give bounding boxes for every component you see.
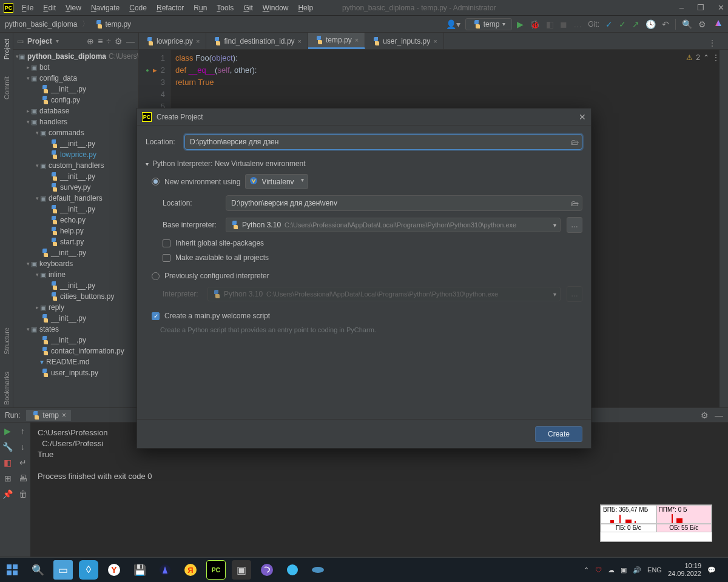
menu-window[interactable]: Window bbox=[258, 1, 294, 15]
tree-row[interactable]: start.py bbox=[13, 236, 138, 247]
tree-row[interactable]: cities_buttons.py bbox=[13, 291, 138, 302]
sidebar-tab-commit[interactable]: Commit bbox=[3, 74, 10, 102]
debug-icon[interactable]: 🐞 bbox=[530, 19, 540, 29]
tree-row[interactable]: __init__.py bbox=[13, 171, 138, 182]
tray-clock[interactable]: 10:19 24.09.2022 bbox=[668, 562, 701, 578]
taskbar-app-1[interactable]: ▭ bbox=[53, 560, 73, 580]
scroll-up-icon[interactable]: ↑ bbox=[21, 426, 25, 436]
close-icon[interactable]: ✕ bbox=[718, 3, 724, 12]
create-main-checkbox[interactable]: Create a main.py welcome script bbox=[152, 312, 582, 320]
vcs-rollback-icon[interactable]: ↶ bbox=[662, 19, 669, 29]
network-monitor-widget[interactable]: ВПБ: 365,47 МБ ППМ*: 0 Б ПБ: 0 Б/с ОБ: 5… bbox=[600, 504, 712, 542]
tree-row[interactable]: __init__.py bbox=[13, 313, 138, 324]
expand-all-icon[interactable]: ≡ bbox=[98, 36, 103, 46]
tree-row[interactable]: config.py bbox=[13, 95, 138, 105]
breadcrumb[interactable]: python_basic_diploma 〉 temp.py bbox=[5, 19, 131, 29]
pin-icon[interactable]: 📌 bbox=[2, 489, 13, 499]
editor-vscrollbar[interactable] bbox=[720, 50, 728, 407]
tree-row[interactable]: help.py bbox=[13, 226, 138, 236]
tree-row[interactable]: __init__.py bbox=[13, 204, 138, 215]
trash-icon[interactable]: 🗑 bbox=[19, 489, 27, 499]
menu-navigate[interactable]: Navigate bbox=[86, 1, 124, 15]
editor-tab[interactable]: temp.py× bbox=[308, 33, 365, 49]
run-wrench-icon[interactable]: 🔧 bbox=[2, 442, 13, 452]
vcs-update-icon[interactable]: ✓ bbox=[605, 19, 613, 29]
browse-folder-icon[interactable]: 🗁 bbox=[571, 138, 579, 147]
tree-row[interactable]: ▾▣keyboards bbox=[13, 258, 138, 269]
env-type-combo[interactable]: Virtualenv bbox=[245, 174, 308, 189]
run-settings-icon[interactable]: ⚙ bbox=[701, 410, 709, 420]
settings-icon[interactable]: ⚙ bbox=[698, 19, 706, 29]
close-tab-icon[interactable]: × bbox=[298, 38, 302, 45]
soft-wrap-icon[interactable]: ↵ bbox=[19, 458, 27, 467]
taskbar-app-4[interactable]: 💾 bbox=[130, 560, 149, 580]
tree-root[interactable]: ▾ ▣ python_basic_diploma C:\Users\P bbox=[13, 51, 138, 62]
sidebar-tab-structure[interactable]: Structure bbox=[3, 325, 10, 357]
close-tab-icon[interactable]: × bbox=[355, 36, 359, 44]
browse-folder-icon[interactable]: 🗁 bbox=[571, 199, 579, 208]
project-view-icon[interactable]: ▭ bbox=[17, 37, 24, 45]
run-icon[interactable]: ▶ bbox=[517, 19, 524, 29]
tree-row[interactable]: __init__.py bbox=[13, 335, 138, 346]
sidebar-tab-bookmarks[interactable]: Bookmarks bbox=[3, 369, 10, 407]
project-location-input[interactable] bbox=[184, 134, 582, 150]
tray-language[interactable]: ENG bbox=[647, 566, 662, 574]
editor-tab[interactable]: find_destination_id.py× bbox=[206, 33, 308, 49]
stop-icon[interactable]: … bbox=[573, 19, 582, 29]
menu-run[interactable]: Run bbox=[189, 1, 212, 15]
menu-tools[interactable]: Tools bbox=[212, 1, 238, 15]
menu-git[interactable]: Git bbox=[238, 1, 257, 15]
taskbar-terminal[interactable]: ▣ bbox=[232, 560, 251, 580]
print-icon[interactable]: 🖶 bbox=[19, 473, 27, 483]
menu-edit[interactable]: Edit bbox=[38, 1, 61, 15]
venv-location-input[interactable] bbox=[226, 195, 582, 211]
panel-settings-icon[interactable]: ⚙ bbox=[115, 36, 123, 46]
user-icon[interactable]: 👤▾ bbox=[446, 19, 460, 29]
collapse-all-icon[interactable]: ÷ bbox=[106, 36, 111, 46]
vcs-history-icon[interactable]: 🕓 bbox=[645, 19, 656, 29]
taskbar-app-2[interactable]: ◊ bbox=[79, 560, 98, 580]
tree-row[interactable]: ▾▣commands bbox=[13, 127, 138, 138]
tray-graphics-icon[interactable]: ▣ bbox=[621, 566, 627, 574]
hide-run-icon[interactable]: — bbox=[715, 410, 723, 420]
more-tabs-icon[interactable]: ⋮ bbox=[709, 39, 716, 47]
base-interpreter-browse-button[interactable]: … bbox=[567, 217, 582, 233]
menu-help[interactable]: Help bbox=[293, 1, 318, 15]
tree-row[interactable]: ▸▣reply bbox=[13, 302, 138, 313]
tray-shield-icon[interactable]: 🛡 bbox=[595, 566, 602, 574]
profiler-icon[interactable]: ◼ bbox=[560, 19, 567, 29]
close-icon[interactable]: × bbox=[62, 411, 66, 420]
select-opened-file-icon[interactable]: ⊕ bbox=[87, 36, 94, 46]
taskbar-app-5[interactable] bbox=[155, 560, 175, 580]
dialog-close-icon[interactable]: ✕ bbox=[579, 112, 586, 122]
make-available-checkbox[interactable]: Make available to all projects bbox=[163, 253, 582, 262]
search-icon[interactable]: 🔍 bbox=[682, 19, 692, 29]
search-task-icon[interactable]: 🔍 bbox=[28, 560, 47, 580]
tree-row[interactable]: ▾▣config_data bbox=[13, 73, 138, 84]
tree-row[interactable]: __init__.py bbox=[13, 247, 138, 258]
vcs-commit-icon[interactable]: ✓ bbox=[619, 19, 626, 29]
taskbar-app-3[interactable]: Y bbox=[104, 560, 124, 580]
tree-row[interactable]: ▾▣handlers bbox=[13, 116, 138, 127]
menu-refactor[interactable]: Refactor bbox=[152, 1, 189, 15]
project-tree[interactable]: ▾ ▣ python_basic_diploma C:\Users\P ▸▣bo… bbox=[13, 50, 138, 380]
tree-row[interactable]: __init__.py bbox=[13, 138, 138, 149]
tree-row[interactable]: ▸▣database bbox=[13, 105, 138, 116]
tree-row[interactable]: contact_information.py bbox=[13, 346, 138, 356]
taskbar-app-6[interactable]: Я bbox=[181, 560, 200, 580]
tree-row[interactable]: survey.py bbox=[13, 182, 138, 193]
tray-volume-icon[interactable]: 🔊 bbox=[633, 566, 641, 574]
inherit-packages-checkbox[interactable]: Inherit global site-packages bbox=[163, 239, 582, 247]
breadcrumb-project[interactable]: python_basic_diploma bbox=[5, 20, 77, 28]
run-tab[interactable]: temp × bbox=[26, 410, 71, 421]
tree-row[interactable]: ▾▣default_handlers bbox=[13, 193, 138, 204]
taskbar-app-7[interactable] bbox=[283, 560, 302, 580]
tree-row[interactable]: ▸▣bot bbox=[13, 62, 138, 73]
close-tab-icon[interactable]: × bbox=[196, 38, 200, 45]
tree-row[interactable]: ▾README.md bbox=[13, 356, 138, 367]
tray-chevron-icon[interactable]: ⌃ bbox=[584, 566, 589, 574]
interpreter-section-header[interactable]: ▾ Python Interpreter: New Virtualenv env… bbox=[146, 159, 582, 168]
tree-row[interactable]: __init__.py bbox=[13, 280, 138, 291]
base-interpreter-combo[interactable]: Python 3.10 C:\Users\Professional\AppDat… bbox=[226, 218, 561, 232]
menu-file[interactable]: File bbox=[17, 1, 38, 15]
